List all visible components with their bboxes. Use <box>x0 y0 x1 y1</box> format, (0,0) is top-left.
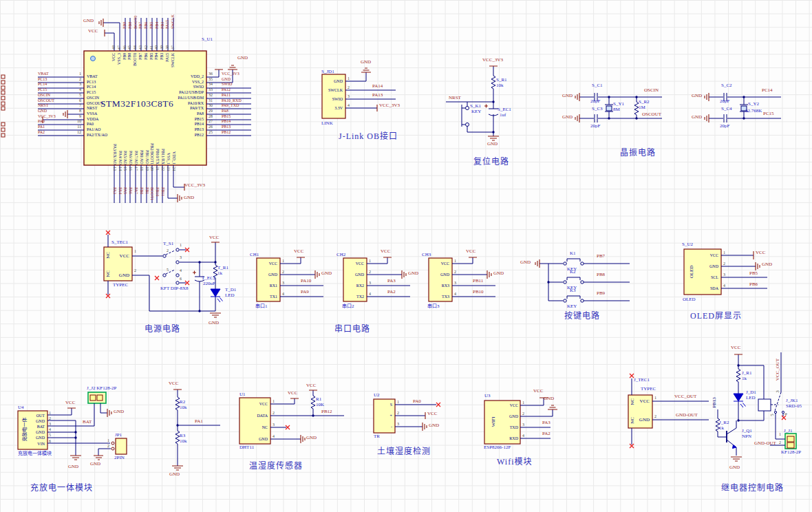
pin-number: 2 <box>654 414 656 419</box>
key-contact <box>564 281 566 284</box>
net-label-gndout: GND-OUT <box>754 440 776 446</box>
net-label-gnd: GND <box>306 435 317 440</box>
net-label-vcc: VCC <box>381 248 390 254</box>
section-title-soil: 土壤湿度检测 <box>377 447 431 456</box>
jp1-part-name: 2PIN <box>114 455 125 460</box>
cap-ref: S_C2 <box>721 83 732 88</box>
typec-designator: S_TEC1 <box>111 239 128 245</box>
j2-pin-box <box>97 395 103 401</box>
pin-number: 1 <box>134 249 136 254</box>
pin-number: 2 <box>107 444 109 449</box>
uart3-pin-names: VCCGNDRX3TX3 <box>429 258 449 302</box>
relay-coil-box[interactable] <box>758 399 771 411</box>
mcu-top-pin-names: VCCVSS_3PB9PB8BOOT0PB7PB6PB5PB4PB3PA15SW… <box>111 53 176 72</box>
resistor-ref: R1 <box>316 396 321 402</box>
jp1-pin <box>111 442 114 445</box>
cap-ref: S_C3 <box>592 106 603 111</box>
switch-contact <box>176 248 179 251</box>
mcu-top-pin-numbers: 484746454443424140393837 <box>111 39 176 50</box>
mcu-designator: S_U1 <box>202 36 213 42</box>
net-label-gnd: GND <box>184 195 194 200</box>
uart1-part-name: 串口1 <box>255 303 268 309</box>
section-title-reset: 复位电路 <box>473 158 509 167</box>
pin-number: 4 <box>180 268 182 273</box>
pin-number: 1 <box>107 438 109 443</box>
soil-pin-names: S+- <box>377 399 392 432</box>
j1-designator: J_J1 <box>784 428 792 434</box>
resistor-value: 1k <box>742 376 747 381</box>
section-title-buttons: 按键电路 <box>564 312 600 321</box>
led-symbol <box>211 289 220 297</box>
net-label-pa2: PA2 <box>542 431 551 436</box>
pin-number: 4 <box>784 413 789 416</box>
net-label-vcc: VCC <box>731 345 740 350</box>
dht-designator: U1 <box>239 392 246 397</box>
cap-ref: S_C4 <box>721 106 732 111</box>
mcu-right-net-labels: VCC_3V3GNDSWIOPA12PA11PA10_RXDPA9_TXDPA8… <box>222 72 263 135</box>
net-label-gnd: GND <box>429 423 439 428</box>
cap-value: 20pF <box>720 98 729 104</box>
key-label: KEY <box>471 109 481 114</box>
uart2-part-name: 串口2 <box>342 303 354 309</box>
charge-pin-numbers: 123456 <box>49 410 56 444</box>
net-label-rx: PB11 <box>473 278 483 284</box>
resistor-value: 10k <box>180 438 187 444</box>
mcu-pin1-marker <box>91 56 96 61</box>
led-ref: T_D1 <box>225 287 236 292</box>
pin-number: 5 <box>770 414 775 416</box>
resistor-ref: J_R1 <box>742 370 751 376</box>
charge-wires <box>47 403 111 456</box>
net-label-tx: PB10 <box>473 289 484 295</box>
crystal-ref: S_Y2 <box>748 101 759 107</box>
net-label-vcc: VCC <box>427 411 437 416</box>
uart2-pin-numbers: 1234 <box>369 255 377 299</box>
net-label-vcc3v3: VCC_3V3 <box>482 57 503 63</box>
key-contact <box>581 281 584 284</box>
net-label-pb13: PB13 <box>712 397 717 408</box>
mcu-bottom-net-labels: PA3PA4PA5PA6PA7PB0PB1BOOT1PB10PB11 <box>111 187 165 213</box>
dht-wires <box>270 390 344 439</box>
pin-number: 5 <box>167 268 169 273</box>
transistor-type: NPN <box>742 434 751 439</box>
net-label-gnd: GND <box>493 270 504 276</box>
net-label-gnd: GND <box>544 396 554 401</box>
pin-number: 6 <box>180 277 182 281</box>
schematic-sheet[interactable]: S_U1 STM32F103C8T6 123456789101112 VBATP… <box>0 0 812 512</box>
jp1-body[interactable] <box>116 438 127 454</box>
resistor-value: 1k <box>217 270 222 276</box>
net-label-gnd: GND <box>762 262 772 267</box>
resistor-ref: R3 <box>180 433 185 438</box>
pin-number: 2 <box>134 268 136 273</box>
j2-pin-box <box>90 395 96 401</box>
net-label-pa3: PA3 <box>542 420 551 425</box>
net-label-pb6: PB6 <box>749 281 758 287</box>
switch-contact <box>163 274 166 277</box>
resistor-value: 1k <box>719 425 724 431</box>
transistor-ref: J_Q1 <box>742 428 752 434</box>
net-label-tx: PA9 <box>301 289 309 295</box>
wifi-pin-numbers: 1234 <box>522 397 531 441</box>
charge-pin-names: OUTGNDBATGNDGNDVIN <box>26 413 45 447</box>
net-label-pb9: PB9 <box>597 290 605 296</box>
net-label-gnd: GND <box>408 270 418 276</box>
net-label-gnd: GND <box>114 409 124 414</box>
net-label-vcc3v3: VCC_3V3 <box>379 103 400 108</box>
j1-pin-box <box>787 436 794 442</box>
soil-designator: U2 <box>374 392 380 398</box>
dht-part-name: DHT11 <box>239 445 254 450</box>
net-label-pc15: PC15 <box>763 111 774 116</box>
pin-number: 3 <box>776 390 780 393</box>
crystal-8m-box[interactable] <box>606 106 612 111</box>
mcu-bottom-pin-numbers: 131415161718192021222324 <box>111 167 176 175</box>
section-title-serial: 串口电路 <box>334 325 370 334</box>
crystal-ref: S_Y1 <box>613 101 624 107</box>
mcu-left-pin-names: VBATPC13PC14PC15OSCINOSCOUTNRSTVSSAVDDAP… <box>87 74 135 138</box>
resistor-ref: J_R2 <box>719 420 729 425</box>
switch-contact <box>176 261 179 264</box>
wifi-pin-names: VCCGNDTXDRXD <box>500 400 518 444</box>
net-label-gnd: GND <box>237 55 248 61</box>
jp1-designator: JP1 <box>115 432 122 438</box>
pin-number: 3 <box>180 255 182 260</box>
soil-part-name: TR <box>374 434 380 439</box>
net-label-pc14: PC14 <box>762 87 773 93</box>
